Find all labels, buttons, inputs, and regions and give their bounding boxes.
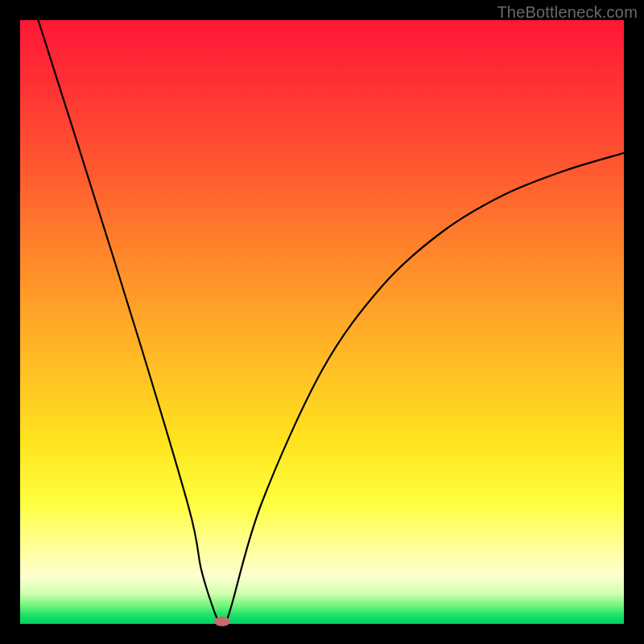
bottleneck-curve [20, 20, 624, 624]
plot-area [20, 20, 624, 624]
watermark-text: TheBottleneck.com [497, 3, 638, 22]
optimal-point-marker [214, 617, 230, 626]
chart-container: TheBottleneck.com [0, 0, 644, 644]
